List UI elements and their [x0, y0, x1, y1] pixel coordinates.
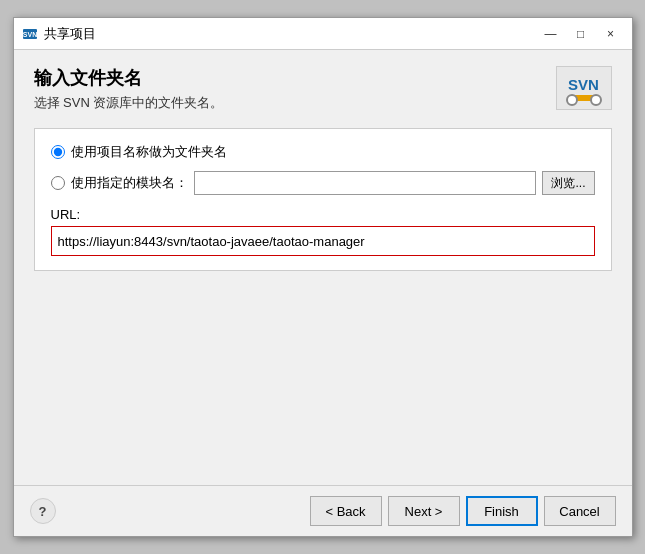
- radio-label-2: 使用指定的模块名：: [71, 174, 188, 192]
- svn-logo-decoration: [570, 95, 598, 101]
- help-button[interactable]: ?: [30, 498, 56, 524]
- title-bar-controls: — □ ×: [538, 23, 624, 45]
- module-name-input[interactable]: [194, 171, 537, 195]
- dialog-window: SVN 共享项目 — □ × 输入文件夹名 选择 SVN 资源库中的文件夹名。 …: [13, 17, 633, 537]
- title-bar-left: SVN 共享项目: [22, 25, 96, 43]
- cancel-button[interactable]: Cancel: [544, 496, 616, 526]
- form-section: 使用项目名称做为文件夹名 使用指定的模块名： 浏览... URL:: [34, 128, 612, 271]
- url-section: URL:: [51, 207, 595, 256]
- window-icon: SVN: [22, 26, 38, 42]
- maximize-button[interactable]: □: [568, 23, 594, 45]
- browse-button[interactable]: 浏览...: [542, 171, 594, 195]
- footer-right: < Back Next > Finish Cancel: [310, 496, 616, 526]
- svn-logo-text: SVN: [568, 76, 599, 93]
- radio-row-2: 使用指定的模块名： 浏览...: [51, 171, 595, 195]
- url-label: URL:: [51, 207, 595, 222]
- header-text: 输入文件夹名 选择 SVN 资源库中的文件夹名。: [34, 66, 224, 112]
- spacer: [34, 271, 612, 469]
- header-area: 输入文件夹名 选择 SVN 资源库中的文件夹名。 SVN: [34, 66, 612, 112]
- radio-use-module-name[interactable]: [51, 176, 65, 190]
- title-bar: SVN 共享项目 — □ ×: [14, 18, 632, 50]
- footer: ? < Back Next > Finish Cancel: [14, 485, 632, 536]
- svn-logo: SVN: [556, 66, 612, 110]
- dialog-content: 输入文件夹名 选择 SVN 资源库中的文件夹名。 SVN 使用项目名称做为文件夹…: [14, 50, 632, 485]
- minimize-button[interactable]: —: [538, 23, 564, 45]
- window-title: 共享项目: [44, 25, 96, 43]
- radio-row-1: 使用项目名称做为文件夹名: [51, 143, 595, 161]
- finish-button[interactable]: Finish: [466, 496, 538, 526]
- close-button[interactable]: ×: [598, 23, 624, 45]
- next-button[interactable]: Next >: [388, 496, 460, 526]
- svg-text:SVN: SVN: [22, 31, 36, 38]
- page-title: 输入文件夹名: [34, 66, 224, 90]
- back-button[interactable]: < Back: [310, 496, 382, 526]
- footer-left: ?: [30, 498, 56, 524]
- page-subtitle: 选择 SVN 资源库中的文件夹名。: [34, 94, 224, 112]
- url-input[interactable]: [51, 226, 595, 256]
- radio-label-1: 使用项目名称做为文件夹名: [71, 143, 227, 161]
- radio-use-project-name[interactable]: [51, 145, 65, 159]
